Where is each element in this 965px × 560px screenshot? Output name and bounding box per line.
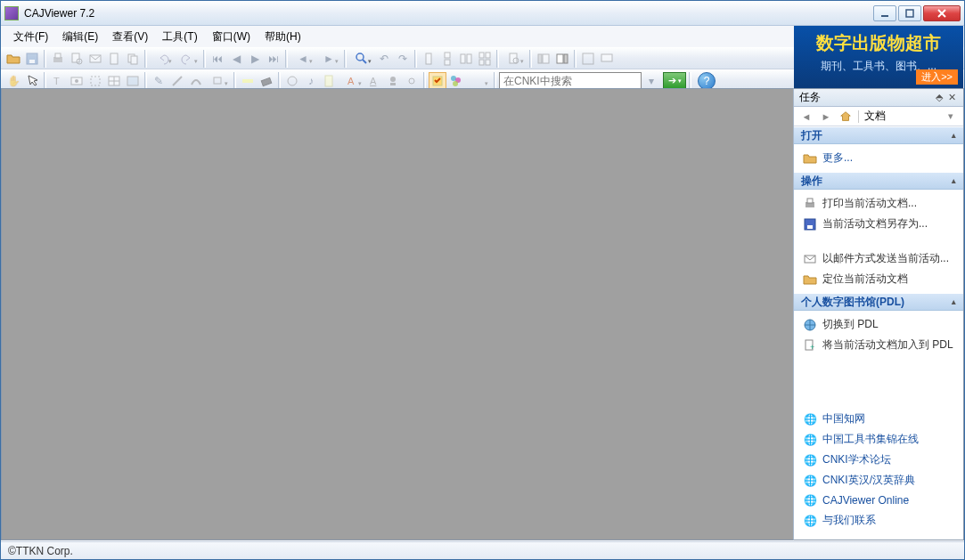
task-save-as[interactable]: 当前活动文档另存为...	[794, 214, 963, 234]
rotate-left-icon[interactable]: ↶	[375, 50, 393, 68]
hand-icon[interactable]: ✋	[4, 72, 22, 90]
close-pane-icon[interactable]: ✕	[945, 92, 958, 103]
text-annotation-icon[interactable]: A	[339, 72, 364, 90]
maximize-button[interactable]	[898, 5, 921, 21]
menu-edit[interactable]: 编辑(E)	[55, 28, 105, 46]
section-ops-header[interactable]: 操作▴	[794, 172, 963, 190]
text-select-icon[interactable]: T	[49, 72, 67, 90]
task-locate[interactable]: 定位当前活动文档	[794, 269, 963, 289]
curve-icon[interactable]	[187, 72, 205, 90]
shape-icon[interactable]	[206, 72, 231, 90]
section-open-header[interactable]: 打开▴	[794, 126, 963, 144]
stamp-icon[interactable]	[384, 72, 402, 90]
close-button[interactable]	[923, 5, 961, 21]
banner-enter-button[interactable]: 进入>>	[916, 69, 958, 85]
fullscreen-icon[interactable]	[579, 50, 597, 68]
task-mail[interactable]: 以邮件方式发送当前活动...	[794, 248, 963, 269]
save-icon[interactable]	[23, 50, 41, 68]
prev-page-icon[interactable]: ◀	[227, 50, 245, 68]
mail-icon[interactable]	[86, 50, 104, 68]
minimize-button[interactable]	[873, 5, 896, 21]
menu-window[interactable]: 窗口(W)	[205, 28, 258, 46]
single-page-icon[interactable]	[420, 50, 438, 68]
annotation-list-icon[interactable]	[447, 72, 465, 90]
nav-forward-icon[interactable]: ►	[819, 110, 833, 124]
help-icon[interactable]: ?	[698, 72, 716, 90]
taskpane-toggle-icon[interactable]	[553, 50, 571, 68]
svg-rect-56	[807, 199, 813, 203]
search-input[interactable]	[499, 72, 642, 90]
svg-text:T: T	[53, 76, 60, 86]
pointer-icon[interactable]	[23, 72, 41, 90]
audio-icon[interactable]: ♪	[302, 72, 320, 90]
annotation-mode-icon[interactable]	[429, 72, 446, 90]
highlight-text-icon[interactable]: A	[365, 72, 383, 90]
continuous-icon[interactable]	[438, 50, 456, 68]
pencil-icon[interactable]: ✎	[150, 72, 168, 90]
link-online[interactable]: 🌐CAJViewer Online	[794, 491, 963, 510]
svg-rect-8	[72, 53, 79, 62]
taskpane-titlebar: 任务 ⬘ ✕	[794, 89, 963, 107]
svg-rect-18	[445, 60, 450, 65]
undo-icon[interactable]	[150, 50, 175, 68]
table-select-icon[interactable]	[105, 72, 123, 90]
nav-home-icon[interactable]	[838, 110, 853, 124]
search-dropdown-icon[interactable]: ▾	[642, 72, 660, 90]
last-page-icon[interactable]: ⏭	[265, 50, 282, 68]
svg-rect-1	[906, 10, 913, 17]
redo-icon[interactable]	[176, 50, 200, 68]
menu-view[interactable]: 查看(V)	[105, 28, 155, 46]
task-switch-pdl[interactable]: 切换到 PDL	[794, 314, 963, 335]
facing-continuous-icon[interactable]	[476, 50, 494, 68]
facing-icon[interactable]	[457, 50, 475, 68]
link-contact[interactable]: 🌐与我们联系	[794, 510, 963, 531]
eraser-icon[interactable]	[258, 72, 275, 90]
link-tools[interactable]: 🌐中国工具书集锦在线	[794, 429, 963, 450]
window-controls	[871, 5, 961, 21]
annotation-filter-icon[interactable]	[466, 72, 491, 90]
pin-icon[interactable]: ⬘	[933, 92, 945, 103]
nav-forward-icon[interactable]: ►	[316, 50, 341, 68]
zoom-icon[interactable]	[349, 50, 374, 68]
snapshot-icon[interactable]	[68, 72, 86, 90]
next-page-icon[interactable]: ▶	[246, 50, 264, 68]
search-doc-icon[interactable]	[502, 50, 527, 68]
image-select-icon[interactable]	[124, 72, 142, 90]
open-icon[interactable]	[4, 50, 22, 68]
search-go-button[interactable]: ➔	[663, 72, 686, 90]
menu-help[interactable]: 帮助(H)	[258, 28, 308, 46]
sidebar-icon[interactable]	[535, 50, 552, 68]
promo-banner[interactable]: 数字出版物超市 期刊、工具书、图书、... 进入>>	[794, 26, 963, 88]
ocr-recognize-icon[interactable]	[283, 72, 301, 90]
rotate-right-icon[interactable]: ↷	[394, 50, 412, 68]
svg-rect-46	[325, 76, 332, 86]
presentation-icon[interactable]	[598, 50, 616, 68]
note-icon[interactable]	[321, 72, 339, 90]
task-open-more[interactable]: 更多...	[794, 148, 963, 168]
menu-tools[interactable]: 工具(T)	[155, 28, 204, 46]
menu-file[interactable]: 文件(F)	[6, 28, 55, 46]
svg-text:A: A	[348, 76, 355, 86]
link-cnki[interactable]: 🌐中国知网	[794, 409, 963, 429]
ocr-icon[interactable]	[86, 72, 104, 90]
copy-icon[interactable]	[124, 50, 142, 68]
first-page-icon[interactable]: ⏮	[209, 50, 226, 68]
print-icon[interactable]	[49, 50, 67, 68]
section-pdl-header[interactable]: 个人数字图书馆(PDL)▴	[794, 293, 963, 311]
link-icon[interactable]	[403, 72, 421, 90]
highlight-icon[interactable]	[239, 72, 257, 90]
svg-rect-16	[426, 53, 431, 64]
link-forum[interactable]: 🌐CNKI学术论坛	[794, 450, 963, 470]
link-dict[interactable]: 🌐CNKI英汉/汉英辞典	[794, 470, 963, 491]
nav-dropdown-icon[interactable]: ▾	[944, 110, 958, 124]
svg-rect-28	[543, 54, 549, 63]
print-preview-icon[interactable]	[68, 50, 86, 68]
svg-rect-29	[557, 54, 563, 63]
task-print[interactable]: 打印当前活动文档...	[794, 193, 963, 214]
nav-back-icon[interactable]: ◄	[290, 50, 315, 68]
task-add-pdl[interactable]: + 将当前活动文档加入到 PDL	[794, 335, 963, 355]
svg-point-45	[288, 77, 297, 85]
line-icon[interactable]	[168, 72, 186, 90]
properties-icon[interactable]	[105, 50, 123, 68]
nav-back-icon[interactable]: ◄	[799, 110, 814, 124]
